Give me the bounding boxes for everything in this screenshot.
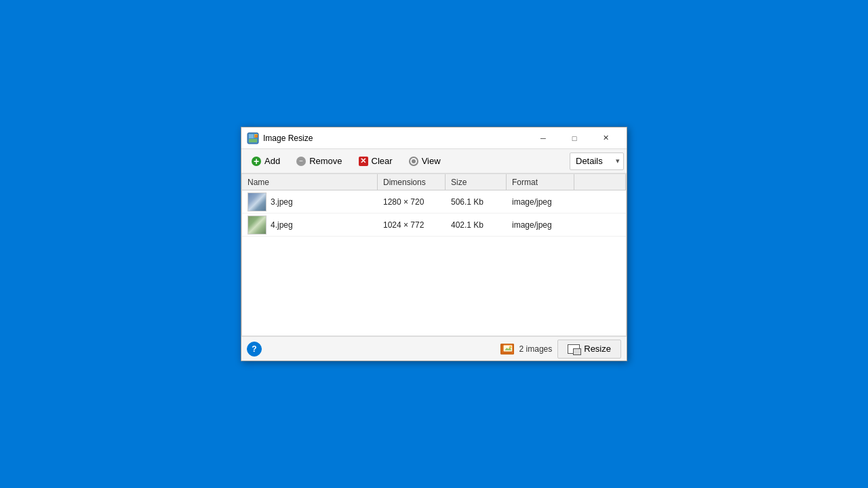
cell-format-1: image/jpeg bbox=[507, 190, 574, 213]
toolbar: + Add − Remove ✕ Clear View Details List… bbox=[241, 149, 627, 174]
resize-label: Resize bbox=[584, 344, 611, 354]
view-label: View bbox=[422, 156, 441, 166]
clear-label: Clear bbox=[372, 156, 393, 166]
help-icon: ? bbox=[252, 344, 256, 354]
table-row[interactable]: 3.jpeg 868 × 488 506.1 Kb image/jpeg bbox=[242, 190, 626, 214]
images-count-icon bbox=[500, 344, 514, 354]
filename-1: 3.jpeg bbox=[271, 197, 293, 207]
clear-icon: ✕ bbox=[359, 157, 368, 166]
thumbnail-2 bbox=[248, 216, 267, 235]
remove-icon: − bbox=[296, 157, 306, 166]
cell-extra-2 bbox=[574, 214, 626, 236]
cell-size-2: 402.1 Kb bbox=[446, 214, 507, 236]
list-header: Name Dimensions Size Format bbox=[242, 174, 626, 190]
image-count-label: 2 images bbox=[519, 344, 553, 354]
add-label: Add bbox=[264, 156, 280, 166]
thumbnail-1 bbox=[248, 192, 267, 211]
clear-button[interactable]: ✕ Clear bbox=[351, 152, 400, 171]
help-button[interactable]: ? bbox=[247, 342, 262, 357]
cell-size-1: 506.1 Kb bbox=[446, 190, 507, 213]
cell-format-2: image/jpeg bbox=[507, 214, 574, 236]
table-row[interactable]: 4.jpeg 1024 × 772 402.1 Kb image/jpeg bbox=[242, 214, 626, 237]
add-icon: + bbox=[252, 157, 261, 166]
close-button[interactable]: ✕ bbox=[590, 127, 621, 149]
svg-rect-3 bbox=[249, 139, 257, 142]
main-window: Image Resize ─ □ ✕ + Add − Remove ✕ Clea… bbox=[241, 127, 627, 361]
header-name: Name bbox=[242, 174, 378, 190]
cell-extra-1 bbox=[574, 190, 626, 213]
remove-label: Remove bbox=[309, 156, 342, 166]
svg-point-8 bbox=[509, 346, 511, 348]
app-icon bbox=[247, 132, 259, 144]
title-bar: Image Resize ─ □ ✕ bbox=[241, 127, 627, 149]
cell-name-2: 4.jpeg bbox=[242, 214, 378, 236]
file-list-area: Name Dimensions Size Format 3.jpeg 1280 … bbox=[241, 174, 627, 336]
cell-name-1: 3.jpeg bbox=[242, 190, 378, 213]
header-format: Format bbox=[507, 174, 574, 190]
view-button[interactable]: View bbox=[401, 152, 448, 171]
window-title: Image Resize bbox=[263, 134, 528, 143]
window-controls: ─ □ ✕ bbox=[528, 127, 621, 149]
minimize-button[interactable]: ─ bbox=[528, 127, 559, 149]
status-bar: ? 2 images Resize bbox=[241, 336, 627, 361]
header-dimensions: Dimensions bbox=[378, 174, 446, 190]
remove-button[interactable]: − Remove bbox=[289, 152, 349, 171]
header-extra bbox=[574, 174, 626, 190]
add-button[interactable]: + Add bbox=[244, 152, 288, 171]
resize-icon bbox=[568, 344, 580, 354]
view-select-wrapper: Details List Icons bbox=[570, 152, 624, 170]
svg-rect-1 bbox=[249, 134, 254, 138]
svg-point-4 bbox=[255, 135, 258, 138]
view-icon bbox=[409, 157, 418, 166]
cell-dimensions-1: 868 × 488 bbox=[378, 190, 446, 213]
view-select[interactable]: Details List Icons bbox=[570, 152, 624, 170]
header-size: Size bbox=[446, 174, 507, 190]
maximize-button[interactable]: □ bbox=[559, 127, 590, 149]
view-dropdown-wrapper: Details List Icons bbox=[570, 152, 624, 170]
status-images: 2 images Resize bbox=[500, 340, 621, 359]
cell-dimensions-2: 1024 × 772 bbox=[378, 214, 446, 236]
resize-button[interactable]: Resize bbox=[557, 340, 621, 359]
filename-2: 4.jpeg bbox=[271, 220, 293, 230]
